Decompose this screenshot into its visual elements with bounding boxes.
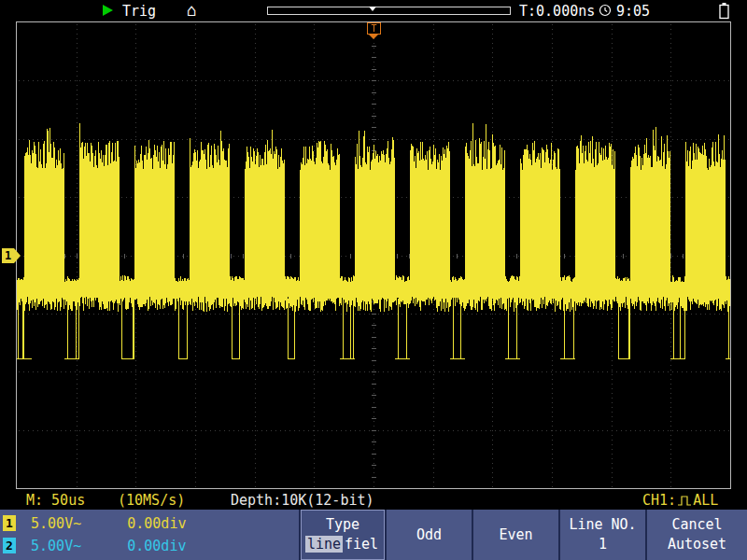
clock-time: 9:05 [616, 3, 650, 20]
status-bar: M: 50us (10MS/s) Depth:10K(12-bit) CH1: … [0, 489, 747, 510]
trigger-status-readout: CH1: ALL [642, 492, 718, 509]
ch1-level-marker[interactable]: 1 [2, 248, 14, 263]
channel-readouts: 1 5.00V~ 0.00div 2 5.00V~ 0.00div [0, 510, 299, 560]
menu-odd-label: Odd [416, 526, 442, 543]
trig-status-label: Trig [122, 3, 156, 20]
channel-1-readout: 1 5.00V~ 0.00div [3, 515, 186, 531]
waveform-canvas [17, 22, 730, 488]
menu-type-options: line fiel [305, 536, 380, 553]
channel-1-scale: 5.00V~ [31, 515, 81, 532]
trigger-position-marker[interactable]: T [367, 22, 381, 35]
menu-line-no-button[interactable]: Line NO. 1 [558, 510, 645, 560]
channel-2-offset: 0.00div [127, 538, 186, 554]
scope-display [16, 21, 731, 489]
menu-line-no-value: 1 [599, 536, 607, 553]
record-depth-readout: Depth:10K(12-bit) [231, 492, 374, 509]
timebase-readout: M: 50us [26, 492, 85, 509]
run-state-icon [103, 5, 113, 16]
video-sync-icon [677, 495, 692, 507]
oscilloscope-screen: Trig ⌂ T:0.000ns 9:05 T 1 M: 50us (10MS/… [0, 0, 747, 560]
trigger-marker-label: T [371, 23, 376, 34]
window-position-marker[interactable] [369, 7, 376, 11]
menu-even-label: Even [499, 526, 532, 543]
menu-line-no-label: Line NO. [569, 516, 636, 533]
top-bar: Trig ⌂ T:0.000ns 9:05 [0, 0, 747, 21]
menu-type-label: Type [326, 516, 359, 533]
trigger-source-label: CH1: [642, 492, 676, 509]
menu-cancel-autoset-button[interactable]: Cancel Autoset [645, 510, 747, 560]
trigger-mode-label: ALL [693, 492, 718, 509]
channel-2-readout: 2 5.00V~ 0.00div [3, 538, 186, 553]
channel-2-scale: 5.00V~ [31, 538, 81, 554]
channel-1-badge: 1 [3, 515, 16, 531]
ch1-marker-label: 1 [5, 249, 11, 262]
menu-cancel-label: Cancel [671, 516, 722, 533]
menu-odd-button[interactable]: Odd [385, 510, 472, 560]
sample-rate-readout: (10MS/s) [118, 492, 185, 509]
channel-2-badge: 2 [3, 538, 16, 553]
clock-icon [599, 4, 612, 21]
battery-icon [718, 2, 730, 23]
menu-type-button[interactable]: Type line fiel [299, 510, 385, 560]
trigger-time-offset: T:0.000ns [519, 3, 595, 20]
home-icon: ⌂ [187, 0, 197, 20]
soft-menu: 1 5.00V~ 0.00div 2 5.00V~ 0.00div Type l… [0, 510, 747, 560]
menu-even-button[interactable]: Even [472, 510, 558, 560]
type-option-field[interactable]: fiel [343, 536, 380, 553]
type-option-line[interactable]: line [305, 536, 343, 553]
channel-1-offset: 0.00div [127, 515, 186, 532]
memory-position-bar[interactable] [267, 7, 511, 15]
menu-autoset-label: Autoset [668, 536, 726, 553]
